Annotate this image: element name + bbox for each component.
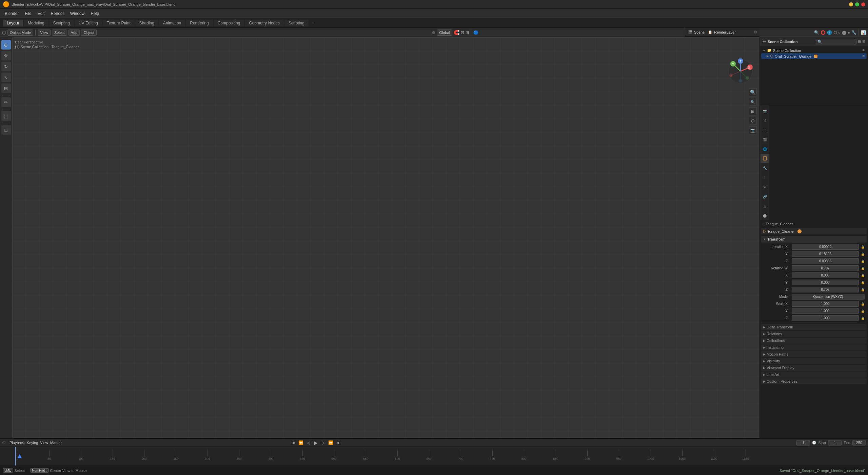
viewport[interactable]: User Perspective (1) Scene Collection | …: [12, 37, 760, 438]
ws-tab-add[interactable]: +: [309, 20, 317, 26]
outliner-filter2[interactable]: ⊞: [862, 39, 865, 44]
viewport-gizmo[interactable]: X Y Z -X: [727, 58, 754, 85]
visibility-section[interactable]: Visibility: [761, 358, 867, 364]
scale-y-value[interactable]: 1.000: [792, 308, 859, 314]
current-frame[interactable]: 1: [796, 440, 810, 445]
orientation-dropdown[interactable]: Global: [437, 30, 452, 36]
view-layer-funnel[interactable]: ⊟: [754, 30, 757, 34]
props-tab-physics[interactable]: Ψ: [761, 183, 769, 191]
jump-end-btn[interactable]: ⏭: [335, 440, 341, 446]
play-btn[interactable]: ▶: [313, 440, 319, 446]
eye-icon-obj[interactable]: 👁: [862, 54, 865, 58]
props-tab-particles[interactable]: ⁝: [761, 173, 769, 182]
view-btn[interactable]: ⊞: [749, 107, 757, 115]
timeline-ruler[interactable]: 0501001502002503003504004505005506006507…: [0, 447, 868, 466]
header-select-btn[interactable]: Select: [52, 30, 67, 36]
rotation-mode-value[interactable]: Quaternion (WXYZ): [792, 294, 865, 300]
rotation-y-value[interactable]: 0.000: [792, 280, 859, 285]
scale-z-value[interactable]: 1.000: [792, 315, 859, 321]
timeline-menu-marker[interactable]: Marker: [50, 441, 62, 445]
outliner-filter[interactable]: ⊟: [858, 39, 861, 44]
props-tab-scene[interactable]: 🎬: [761, 135, 769, 144]
eye-icon[interactable]: 👁: [862, 49, 865, 52]
timeline-menu-view[interactable]: View: [40, 441, 48, 445]
frame-end[interactable]: 250: [852, 440, 866, 445]
header-view-btn[interactable]: View: [38, 30, 51, 36]
props-tab-world[interactable]: 🌐: [761, 145, 769, 153]
scene-name[interactable]: Scene: [694, 30, 705, 34]
motion-paths-section[interactable]: Motion Paths: [761, 351, 867, 357]
next-frame-btn[interactable]: ⏩: [328, 440, 334, 446]
viewport-display-section[interactable]: Viewport Display: [761, 365, 867, 371]
props-tab-modifiers[interactable]: 🔧: [761, 164, 769, 172]
menu-blender[interactable]: Blender: [2, 11, 21, 17]
prev-frame-btn[interactable]: ⏪: [298, 440, 304, 446]
props-tab-object[interactable]: [761, 154, 769, 163]
delta-transform-section[interactable]: Delta Transform: [761, 324, 867, 330]
tool-scale[interactable]: ⤡: [1, 73, 11, 82]
collections-section[interactable]: Collections: [761, 338, 867, 344]
ws-tab-uv-editing[interactable]: UV Editing: [75, 20, 102, 26]
render-layer-name[interactable]: RenderLayer: [714, 30, 736, 34]
ws-tab-compositing[interactable]: Compositing: [214, 20, 244, 26]
minimize-button[interactable]: [849, 2, 853, 6]
props-tab-view-layer[interactable]: ☷: [761, 126, 769, 134]
transform-section-header[interactable]: Transform: [761, 236, 867, 243]
rotation-z-value[interactable]: 0.707: [792, 287, 859, 292]
props-tab-object-data[interactable]: △: [761, 202, 769, 210]
menu-edit[interactable]: Edit: [35, 11, 47, 17]
local-view-btn[interactable]: ⬡: [749, 117, 757, 125]
mode-dropdown[interactable]: Object Mode: [7, 30, 33, 36]
close-button[interactable]: [861, 2, 865, 6]
header-object-btn[interactable]: Object: [81, 30, 97, 36]
camera-btn[interactable]: 📷: [749, 126, 757, 134]
ws-tab-sculpting[interactable]: Sculpting: [49, 20, 74, 26]
tool-annotate[interactable]: ✏: [1, 97, 11, 107]
ws-tab-scripting[interactable]: Scripting: [284, 20, 309, 26]
relations-section[interactable]: Relations: [761, 331, 867, 337]
ws-tab-layout[interactable]: Layout: [3, 20, 23, 26]
props-tab-material[interactable]: ⬤: [761, 211, 769, 220]
tool-transform[interactable]: ⊞: [1, 83, 11, 93]
tool-move[interactable]: ✥: [1, 51, 11, 60]
custom-properties-section[interactable]: Custom Properties: [761, 378, 867, 384]
ws-tab-geometry-nodes[interactable]: Geometry Nodes: [245, 20, 284, 26]
zoom-in-btn[interactable]: 🔍: [749, 88, 757, 96]
location-x-value[interactable]: 0.00000: [792, 244, 859, 250]
tool-measure[interactable]: ⬚: [1, 111, 11, 121]
prev-keyframe-btn[interactable]: ◁: [305, 440, 312, 446]
rotation-w-value[interactable]: 0.707: [792, 265, 859, 271]
ws-tab-modeling[interactable]: Modeling: [24, 20, 48, 26]
tool-cursor[interactable]: ⊕: [1, 40, 11, 50]
next-keyframe-btn[interactable]: ▷: [320, 440, 327, 446]
line-art-section[interactable]: Line Art: [761, 372, 867, 378]
location-y-value[interactable]: 0.18106: [792, 251, 859, 257]
timeline-menu-keying[interactable]: Keying: [27, 441, 38, 445]
outliner-search[interactable]: [816, 39, 856, 44]
props-tab-render[interactable]: 📷: [761, 107, 769, 115]
instancing-section[interactable]: Instancing: [761, 344, 867, 350]
jump-start-btn[interactable]: ⏮: [291, 440, 297, 446]
ws-tab-texture-paint[interactable]: Texture Paint: [103, 20, 135, 26]
outliner-object-oral-scraper[interactable]: ▶ ⬡ Oral_Scraper_Orange 👁: [761, 53, 867, 59]
props-tab-output[interactable]: 🖨: [761, 116, 769, 125]
location-z-value[interactable]: 0.00885: [792, 258, 859, 264]
tool-rotate[interactable]: ↻: [1, 62, 11, 71]
scale-x-value[interactable]: 1.000: [792, 301, 859, 307]
menu-window[interactable]: Window: [67, 11, 87, 17]
frame-start[interactable]: 1: [828, 440, 842, 445]
ws-tab-animation[interactable]: Animation: [159, 20, 185, 26]
tool-add-cube[interactable]: □: [1, 125, 11, 135]
menu-file[interactable]: File: [22, 11, 34, 17]
header-add-btn[interactable]: Add: [68, 30, 80, 36]
ws-tab-shading[interactable]: Shading: [135, 20, 158, 26]
outliner-scene-collection[interactable]: ▼ 📁 Scene Collection 👁: [761, 48, 867, 53]
zoom-out-btn[interactable]: 🔍: [749, 98, 757, 106]
menu-help[interactable]: Help: [88, 11, 102, 17]
props-tab-constraints[interactable]: 🔗: [761, 192, 769, 201]
menu-render[interactable]: Render: [48, 11, 66, 17]
rotation-x-value[interactable]: 0.000: [792, 272, 859, 278]
ws-tab-rendering[interactable]: Rendering: [186, 20, 213, 26]
maximize-button[interactable]: [855, 2, 859, 6]
timeline-menu-playback[interactable]: Playback: [9, 441, 25, 445]
